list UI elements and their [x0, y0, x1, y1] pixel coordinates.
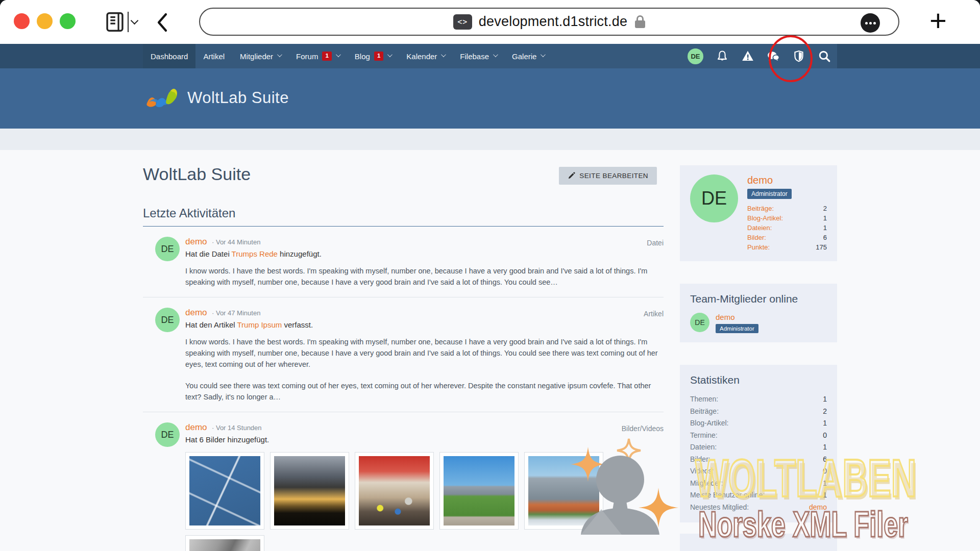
activity-timestamp: · Vor 44 Minuten: [212, 238, 260, 246]
statistics-row: Meiste Benutzer online:1: [690, 489, 827, 502]
address-bar[interactable]: <> development.d1strict.de: [199, 8, 899, 36]
chevron-down-icon: [441, 52, 446, 57]
statistics-row: Bilder:6: [690, 454, 827, 466]
activity-type-label: Artikel: [644, 309, 664, 319]
statistics-row: Beiträge:2: [690, 406, 827, 418]
team-member-link[interactable]: demo: [716, 313, 735, 321]
new-tab-button[interactable]: +: [923, 4, 953, 37]
back-button[interactable]: [155, 11, 170, 34]
profile-stat-row: Punkte:175: [747, 242, 827, 252]
statistics-row: Themen:1: [690, 393, 827, 406]
activity-quote: I know words. I have the best words. I'm…: [185, 265, 664, 288]
gallery-thumbnail-city-park[interactable]: [439, 452, 519, 530]
moderation-warning-icon[interactable]: [741, 49, 754, 63]
statistics-row: Mitglieder:1: [690, 478, 827, 490]
more-options-button[interactable]: [861, 13, 880, 33]
nav-item-blog[interactable]: Blog 1: [347, 44, 399, 68]
profile-stat-row: Blog-Artikel:1: [747, 213, 827, 223]
avatar[interactable]: DE: [690, 313, 709, 332]
activity-action: Hat den Artikel Trump Ipsum verfasst.: [185, 320, 664, 329]
notifications-bell-icon[interactable]: [716, 49, 729, 63]
avatar[interactable]: DE: [155, 422, 180, 447]
url-text[interactable]: development.d1strict.de: [479, 14, 627, 30]
shield-admin-icon[interactable]: [792, 49, 805, 63]
activity-item: DE demo · Vor 44 Minuten Datei Hat die D…: [143, 227, 664, 297]
profile-name-link[interactable]: demo: [747, 174, 773, 186]
nav-item-galerie[interactable]: Galerie: [504, 44, 552, 68]
profile-stat-row: Dateien:1: [747, 223, 827, 233]
activity-item: DE demo · Vor 14 Stunden Bilder/Videos H…: [143, 412, 664, 551]
statistics-row: Dateien:1: [690, 441, 827, 454]
lock-icon: [635, 15, 645, 29]
statistics-row: Termine:0: [690, 430, 827, 442]
chat-conversations-icon[interactable]: [767, 49, 780, 63]
chevron-down-icon: [541, 52, 546, 57]
activity-action: Hat die Datei Trumps Rede hinzugefügt.: [185, 249, 664, 258]
gallery-thumbnail-highway-bw[interactable]: [185, 535, 264, 551]
window-controls: [14, 13, 76, 29]
avatar[interactable]: DE: [155, 237, 180, 261]
nav-item-artikel[interactable]: Artikel: [195, 44, 232, 68]
avatar[interactable]: DE: [155, 308, 180, 332]
activity-object-link[interactable]: Trumps Rede: [232, 249, 278, 258]
profile-stat-row: Bilder:6: [747, 233, 827, 242]
edit-page-button[interactable]: SEITE BEARBEITEN: [559, 167, 657, 185]
chevron-down-icon[interactable]: [131, 16, 139, 24]
activity-timestamp: · Vor 47 Minuten: [212, 309, 260, 317]
statistics-row: Blog-Artikel:1: [690, 417, 827, 430]
section-title-letzte-aktivitaeten: Letzte Aktivitäten: [143, 206, 664, 227]
minimize-window-button[interactable]: [37, 13, 53, 29]
newest-member-link[interactable]: demo: [809, 502, 827, 514]
close-window-button[interactable]: [14, 13, 30, 29]
site-logo[interactable]: WoltLab Suite: [145, 85, 289, 111]
code-badge-icon: <>: [453, 14, 472, 30]
statistics-title: Statistiken: [690, 374, 827, 386]
image-gallery: [185, 452, 619, 551]
gallery-thumbnail-sunset-clouds[interactable]: [270, 452, 349, 530]
gallery-thumbnail-singapore-skyline[interactable]: [524, 452, 603, 530]
woltlab-logo-icon: [145, 85, 179, 111]
nav-item-filebase[interactable]: Filebase: [452, 44, 504, 68]
nav-item-forum[interactable]: Forum 1: [288, 44, 347, 68]
chevron-down-icon: [336, 52, 341, 57]
browser-window: <> development.d1strict.de + Dashboard A…: [0, 0, 980, 551]
profile-box: DE demo Administrator Beiträge:2 Blog-Ar…: [680, 165, 837, 261]
chevron-down-icon: [387, 52, 393, 57]
activity-user-link[interactable]: demo: [185, 422, 207, 432]
blog-badge: 1: [374, 52, 383, 61]
reader-view-icon[interactable]: [105, 11, 125, 33]
sidebar: DE demo Administrator Beiträge:2 Blog-Ar…: [680, 165, 837, 551]
gallery-thumbnail-blueprint[interactable]: [185, 452, 264, 530]
nav-item-mitglieder[interactable]: Mitglieder: [232, 44, 288, 68]
nav-item-dashboard[interactable]: Dashboard: [143, 44, 195, 68]
activity-user-link[interactable]: demo: [185, 237, 207, 246]
browser-toolbar: <> development.d1strict.de +: [0, 0, 980, 44]
avatar[interactable]: DE: [690, 174, 738, 222]
team-box-title: Team-Mitglieder online: [690, 293, 827, 305]
role-badge: Administrator: [747, 189, 792, 199]
activity-action: Hat 6 Bilder hinzugefügt.: [185, 435, 664, 444]
breadcrumb-band: [0, 129, 980, 150]
team-member-row: DE demo Administrator: [690, 313, 827, 333]
nav-item-kalender[interactable]: Kalender: [399, 44, 452, 68]
profile-stat-row: Beiträge:2: [747, 204, 827, 213]
statistics-box: Statistiken Themen:1 Beiträge:2 Blog-Art…: [680, 365, 837, 522]
activity-object-link[interactable]: Trump Ipsum: [237, 320, 282, 329]
role-badge: Administrator: [716, 324, 758, 333]
search-icon[interactable]: [818, 49, 831, 63]
gallery-thumbnail-market-street[interactable]: [355, 452, 434, 530]
activity-timestamp: · Vor 14 Stunden: [212, 424, 262, 432]
brand-name: WoltLab Suite: [187, 89, 289, 107]
activity-user-link[interactable]: demo: [185, 308, 207, 317]
chevron-down-icon: [277, 52, 282, 57]
user-menu-avatar[interactable]: DE: [688, 48, 703, 64]
nav-menu: Dashboard Artikel Mitglieder Forum 1 Blo…: [143, 44, 552, 68]
toolbar-divider: [128, 12, 129, 32]
sidebar-box-partial: [680, 534, 837, 551]
chevron-down-icon: [493, 52, 498, 57]
activity-type-label: Datei: [647, 238, 664, 248]
pencil-icon: [568, 172, 575, 180]
maximize-window-button[interactable]: [60, 13, 76, 29]
activity-type-label: Bilder/Videos: [622, 423, 664, 434]
activity-quote: I know words. I have the best words. I'm…: [185, 336, 664, 370]
